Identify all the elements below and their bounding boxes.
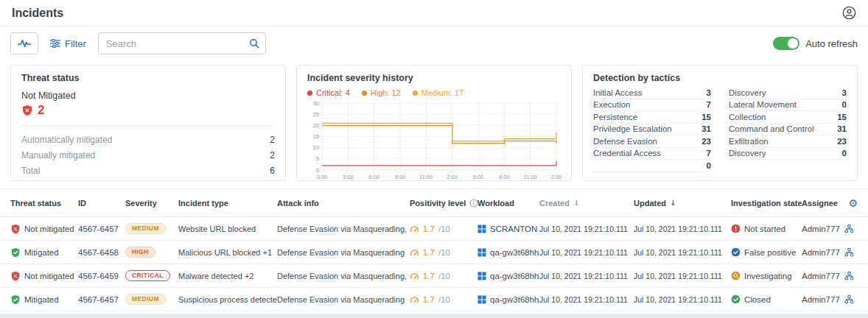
- column-settings-gear-icon[interactable]: ⚙: [840, 197, 858, 209]
- col-incident-type[interactable]: Incident type: [178, 199, 277, 208]
- svg-text:11:00: 11:00: [419, 174, 433, 180]
- attack-info: Defense Evasion via Masquerading: [277, 248, 410, 257]
- col-investigation-state[interactable]: Investigation state: [731, 199, 802, 208]
- incident-type[interactable]: Website URL blocked: [178, 225, 277, 233]
- mitigated-icon: [10, 294, 21, 305]
- investigation-state-cell[interactable]: Not started: [731, 224, 802, 233]
- filter-button[interactable]: Filter: [47, 38, 89, 49]
- not-mitigated-icon: [10, 224, 21, 234]
- page-title: Incidents: [12, 7, 63, 20]
- gauge-icon: [410, 294, 419, 304]
- col-created[interactable]: Created ↓: [539, 199, 634, 208]
- tactic-row: Exfiltration23: [729, 135, 847, 148]
- svg-text:11:00: 11:00: [524, 174, 537, 180]
- assignee-cell: Admin777: [802, 225, 840, 233]
- col-assignee[interactable]: Assignee: [802, 199, 840, 208]
- info-icon[interactable]: [469, 199, 477, 208]
- threat-status-card: Threat status Not Mitigated 2 Automatica…: [10, 65, 286, 181]
- row-label: Automatically mitigated: [21, 135, 112, 145]
- severity-badge: MEDIUM: [125, 294, 166, 305]
- auto-refresh-control: Auto refresh: [773, 37, 858, 50]
- auto-refresh-toggle[interactable]: [773, 37, 799, 50]
- attack-info: Defense Evasion via Masquerading, +4: [277, 225, 410, 233]
- row-value: 6: [270, 166, 275, 176]
- svg-text:3:00: 3:00: [343, 174, 354, 180]
- col-threat-status[interactable]: Threat status: [10, 199, 78, 208]
- activity-button[interactable]: [10, 32, 38, 54]
- filter-label: Filter: [65, 38, 86, 49]
- account-icon[interactable]: [842, 6, 856, 20]
- svg-text:9:00: 9:00: [395, 174, 406, 180]
- incidents-table: Threat status ID Severity Incident type …: [0, 188, 868, 311]
- tactic-row: Discovery0: [729, 148, 847, 160]
- not-mitigated-count[interactable]: 2: [21, 103, 275, 118]
- detection-by-tactics-card: Detection by tactics Initial Access3 Exe…: [582, 65, 858, 181]
- col-attack-info[interactable]: Attack info: [277, 199, 410, 208]
- table-row[interactable]: Mitigated 4567-6457 MEDIUM Suspicious pr…: [0, 288, 868, 311]
- workload-cell[interactable]: qa-gw3t68hh: [477, 295, 539, 304]
- col-id[interactable]: ID: [78, 199, 125, 208]
- updated-cell: Jul 10, 2021 19:21:10.111: [634, 295, 731, 304]
- horizontal-scrollbar[interactable]: [0, 314, 868, 318]
- severity-badge: HIGH: [125, 247, 155, 258]
- incident-type[interactable]: Malicious URL blocked +1: [178, 248, 277, 257]
- investigation-state-cell[interactable]: False positive: [731, 247, 802, 257]
- workload-cell[interactable]: qa-gw3t68hh: [477, 248, 539, 257]
- svg-text:2:00: 2:00: [551, 174, 562, 180]
- workload-cell[interactable]: SCRANTON: [477, 225, 539, 233]
- svg-text:6:00: 6:00: [368, 174, 379, 180]
- table-row[interactable]: Mitigated 4567-6458 HIGH Malicious URL b…: [0, 241, 868, 264]
- not-started-icon: [731, 224, 741, 233]
- not-mitigated-icon: [10, 271, 21, 281]
- col-positivity-level[interactable]: Positivity level: [410, 199, 477, 208]
- incident-graph-icon[interactable]: [840, 224, 858, 233]
- mitigated-icon: [10, 247, 21, 258]
- col-workload[interactable]: Workload: [477, 199, 539, 208]
- investigating-icon: [731, 271, 741, 280]
- table-row[interactable]: Not mitigated 4567-6459 CRITICAL Malware…: [0, 264, 868, 288]
- gauge-icon: [410, 271, 419, 280]
- positivity-cell: 1.7/10: [410, 294, 477, 304]
- threat-status-card-title: Threat status: [21, 73, 275, 83]
- incident-type[interactable]: Malware detected +2: [178, 272, 277, 280]
- attack-info: Defense Evasion via Masquerading, +4: [277, 272, 410, 280]
- col-updated[interactable]: Updated ↓: [634, 199, 731, 208]
- tactic-row: Initial Access3: [593, 87, 711, 99]
- table-row[interactable]: Not mitigated 4567-6457 MEDIUM Website U…: [0, 217, 868, 241]
- svg-text:2:00: 2:00: [447, 174, 458, 180]
- search-input[interactable]: [99, 38, 249, 49]
- updated-cell: Jul 10, 2021 19:21:10.111: [634, 225, 731, 233]
- created-cell: Jul 10, 2021 19:21:10.111: [539, 295, 634, 304]
- assignee-cell: Admin777: [802, 248, 840, 257]
- investigation-state-cell[interactable]: Investigating: [731, 271, 802, 280]
- row-value: 2: [270, 135, 275, 145]
- search-box: [98, 32, 266, 54]
- threat-status-row: Automatically mitigated 2: [21, 132, 275, 147]
- detection-by-tactics-card-title: Detection by tactics: [593, 73, 847, 83]
- not-mitigated-label: Not Mitigated: [21, 91, 275, 101]
- threat-status-cell: Mitigated: [10, 247, 78, 258]
- incident-id: 4567-6459: [78, 272, 125, 280]
- auto-refresh-label: Auto refresh: [805, 38, 858, 49]
- workload-cell[interactable]: qa-gw3t68hh: [477, 272, 539, 280]
- investigation-state-cell[interactable]: Closed: [731, 294, 802, 304]
- incident-graph-icon[interactable]: [840, 294, 858, 304]
- col-severity[interactable]: Severity: [125, 199, 178, 208]
- tactic-row: Execution7: [593, 99, 711, 112]
- toolbar: Filter Auto refresh: [0, 26, 868, 60]
- threat-status-cell: Mitigated: [10, 294, 78, 305]
- tactic-row: Discovery3: [729, 87, 847, 99]
- created-cell: Jul 10, 2021 19:21:10.111: [539, 225, 634, 233]
- tactic-row: Credential Access7: [593, 148, 711, 160]
- attack-info: Defense Evasion via Masquerading: [277, 295, 410, 304]
- not-mitigated-shield-icon: [21, 105, 33, 116]
- svg-text:5:00: 5:00: [473, 174, 484, 180]
- incident-graph-icon[interactable]: [840, 271, 858, 280]
- incident-type[interactable]: Suspicious process detected: [178, 295, 277, 304]
- severity-history-chart: 0510152025300:003:006:009:0011:002:005:0…: [307, 99, 562, 181]
- incident-graph-icon[interactable]: [840, 247, 858, 257]
- threat-status-row: Total 6: [21, 163, 275, 178]
- incident-id: 4567-6457: [78, 225, 125, 233]
- threat-status-cell: Not mitigated: [10, 271, 78, 281]
- search-icon[interactable]: [249, 38, 265, 49]
